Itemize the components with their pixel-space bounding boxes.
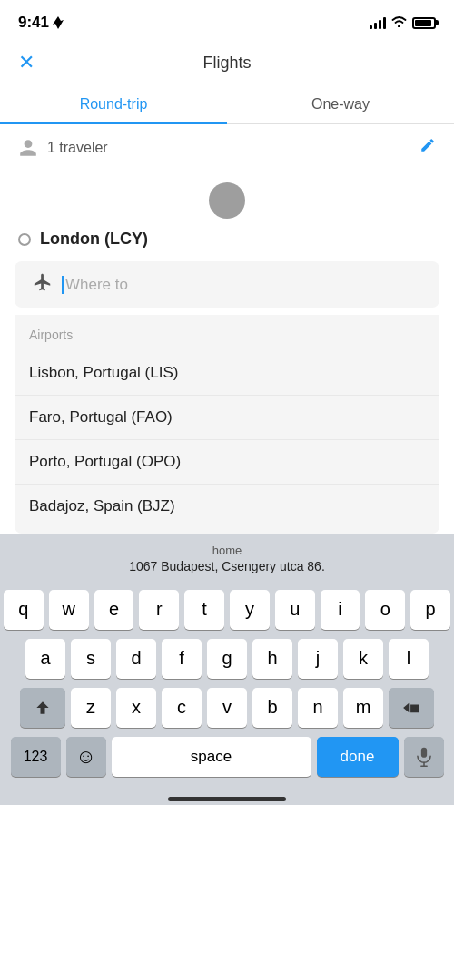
key-t[interactable]: t	[184, 590, 224, 630]
key-i[interactable]: i	[321, 590, 360, 630]
key-q[interactable]: q	[4, 590, 44, 630]
suggestion-porto[interactable]: Porto, Portugal (OPO)	[15, 440, 439, 485]
status-bar: 9:41	[0, 0, 454, 40]
key-a[interactable]: a	[25, 639, 65, 679]
key-n[interactable]: n	[298, 688, 338, 728]
key-v[interactable]: v	[207, 688, 247, 728]
mic-key[interactable]	[404, 737, 444, 777]
destination-input[interactable]: Where to	[62, 276, 421, 294]
key-e[interactable]: e	[94, 590, 134, 630]
autocomplete-address: 1067 Budapest, Csengery utca 86.	[0, 559, 454, 573]
suggestions-group-label: Airports	[15, 324, 439, 351]
done-key[interactable]: done	[317, 737, 399, 777]
drag-dot	[209, 182, 245, 219]
key-g[interactable]: g	[207, 639, 247, 679]
key-w[interactable]: w	[49, 590, 89, 630]
key-y[interactable]: y	[230, 590, 270, 630]
status-icons	[370, 15, 436, 30]
keyboard-row-2: a s d f g h j k l	[4, 639, 450, 679]
key-c[interactable]: c	[162, 688, 202, 728]
key-h[interactable]: h	[252, 639, 292, 679]
wifi-icon	[391, 15, 407, 30]
shift-key[interactable]	[20, 688, 65, 728]
tab-one-way[interactable]: One-way	[227, 85, 454, 123]
key-m[interactable]: m	[343, 688, 383, 728]
page-title: Flights	[202, 54, 251, 73]
space-key[interactable]: space	[112, 737, 311, 777]
location-icon	[53, 16, 64, 29]
origin-city[interactable]: London (LCY)	[40, 230, 148, 249]
key-d[interactable]: d	[116, 639, 156, 679]
airport-suggestions: Airports Lisbon, Portugal (LIS) Faro, Po…	[15, 315, 439, 534]
text-cursor	[62, 276, 64, 294]
key-l[interactable]: l	[389, 639, 429, 679]
emoji-key[interactable]: ☺	[66, 737, 106, 777]
svg-rect-0	[420, 748, 426, 758]
plane-icon	[33, 272, 53, 297]
suggestion-lisbon[interactable]: Lisbon, Portugal (LIS)	[15, 351, 439, 396]
edit-traveler-button[interactable]	[419, 137, 436, 158]
suggestion-faro[interactable]: Faro, Portugal (FAO)	[15, 396, 439, 440]
battery-icon	[412, 17, 436, 29]
home-indicator-area	[0, 789, 454, 805]
home-bar	[168, 797, 286, 801]
origin-dot-icon	[18, 233, 31, 246]
trip-type-tabs: Round-trip One-way	[0, 85, 454, 124]
origin-row: London (LCY)	[0, 222, 454, 261]
status-time: 9:41	[18, 14, 64, 32]
drag-indicator	[0, 172, 454, 222]
keyboard-autocomplete-bar: home 1067 Budapest, Csengery utca 86.	[0, 534, 454, 583]
key-k[interactable]: k	[343, 639, 383, 679]
key-z[interactable]: z	[71, 688, 111, 728]
signal-icon	[370, 16, 386, 29]
key-r[interactable]: r	[139, 590, 179, 630]
key-f[interactable]: f	[162, 639, 202, 679]
on-screen-keyboard: q w e r t y u i o p a s d f g h j k l z …	[0, 583, 454, 789]
keyboard-row-3: z x c v b n m	[4, 688, 450, 728]
key-j[interactable]: j	[298, 639, 338, 679]
key-o[interactable]: o	[365, 590, 405, 630]
key-b[interactable]: b	[252, 688, 292, 728]
key-x[interactable]: x	[116, 688, 156, 728]
traveler-count: 1 traveler	[47, 140, 108, 156]
keyboard-row-4: 123 ☺ space done	[4, 737, 450, 777]
suggestion-badajoz[interactable]: Badajoz, Spain (BJZ)	[15, 485, 439, 528]
numbers-key[interactable]: 123	[11, 737, 61, 777]
key-u[interactable]: u	[275, 590, 315, 630]
keyboard-row-1: q w e r t y u i o p	[4, 590, 450, 630]
autocomplete-label: home	[0, 544, 454, 559]
close-button[interactable]: ✕	[18, 51, 35, 74]
person-icon	[18, 138, 38, 158]
header: ✕ Flights	[0, 40, 454, 85]
traveler-info: 1 traveler	[18, 138, 108, 158]
key-p[interactable]: p	[410, 590, 450, 630]
tab-round-trip[interactable]: Round-trip	[0, 85, 227, 123]
key-s[interactable]: s	[71, 639, 111, 679]
destination-input-row[interactable]: Where to	[15, 261, 439, 308]
delete-key[interactable]	[389, 688, 434, 728]
traveler-row: 1 traveler	[0, 124, 454, 172]
